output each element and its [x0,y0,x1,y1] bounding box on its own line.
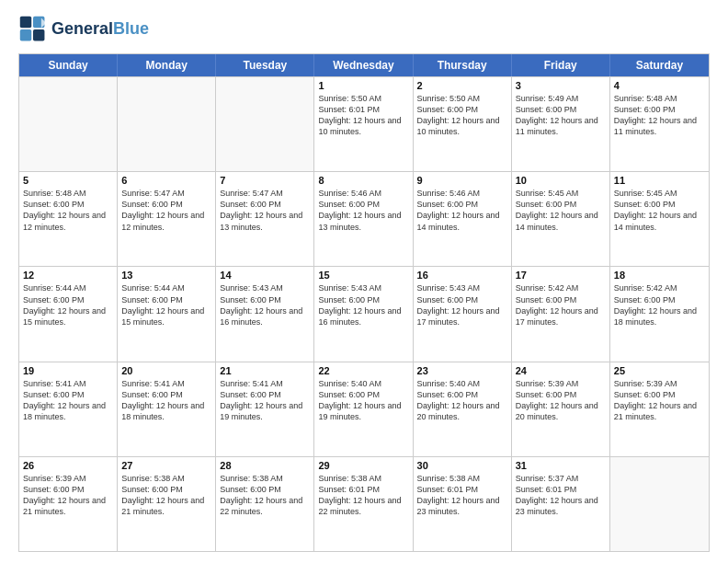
day-number: 13 [121,270,211,281]
day-cell-11: 11Sunrise: 5:45 AM Sunset: 6:00 PM Dayli… [610,172,709,266]
cal-row-2: 12Sunrise: 5:44 AM Sunset: 6:00 PM Dayli… [19,266,709,361]
day-cell-31: 31Sunrise: 5:37 AM Sunset: 6:01 PM Dayli… [512,457,610,551]
day-info: Sunrise: 5:39 AM Sunset: 6:00 PM Dayligh… [614,378,705,423]
day-info: Sunrise: 5:40 AM Sunset: 6:00 PM Dayligh… [417,378,507,423]
weekday-monday: Monday [118,54,216,76]
day-info: Sunrise: 5:45 AM Sunset: 6:00 PM Dayligh… [614,188,705,233]
day-cell-4: 4Sunrise: 5:48 AM Sunset: 6:00 PM Daylig… [610,77,709,171]
day-info: Sunrise: 5:41 AM Sunset: 6:00 PM Dayligh… [220,378,310,423]
day-number: 2 [417,80,507,91]
day-number: 23 [417,365,507,376]
svg-rect-0 [20,17,31,28]
day-cell-19: 19Sunrise: 5:41 AM Sunset: 6:00 PM Dayli… [19,362,118,456]
day-cell-6: 6Sunrise: 5:47 AM Sunset: 6:00 PM Daylig… [118,172,216,266]
day-cell-8: 8Sunrise: 5:46 AM Sunset: 6:00 PM Daylig… [314,172,413,266]
day-number: 8 [318,175,408,186]
day-number: 6 [121,175,211,186]
day-info: Sunrise: 5:39 AM Sunset: 6:00 PM Dayligh… [23,473,113,518]
day-info: Sunrise: 5:41 AM Sunset: 6:00 PM Dayligh… [23,378,113,423]
day-cell-12: 12Sunrise: 5:44 AM Sunset: 6:00 PM Dayli… [19,267,118,361]
day-cell-3: 3Sunrise: 5:49 AM Sunset: 6:00 PM Daylig… [512,77,610,171]
weekday-saturday: Saturday [610,54,709,76]
day-cell-17: 17Sunrise: 5:42 AM Sunset: 6:00 PM Dayli… [512,267,610,361]
day-info: Sunrise: 5:43 AM Sunset: 6:00 PM Dayligh… [220,282,310,327]
day-info: Sunrise: 5:38 AM Sunset: 6:00 PM Dayligh… [121,473,211,518]
day-info: Sunrise: 5:50 AM Sunset: 6:01 PM Dayligh… [318,93,408,138]
day-cell-24: 24Sunrise: 5:39 AM Sunset: 6:00 PM Dayli… [512,362,610,456]
day-number: 20 [121,365,211,376]
day-info: Sunrise: 5:48 AM Sunset: 6:00 PM Dayligh… [614,93,705,138]
header: GeneralBlue [18,15,710,44]
day-info: Sunrise: 5:42 AM Sunset: 6:00 PM Dayligh… [516,282,606,327]
day-number: 11 [614,175,705,186]
day-number: 24 [516,365,606,376]
logo: GeneralBlue [18,15,149,44]
weekday-sunday: Sunday [19,54,118,76]
day-number: 5 [23,175,113,186]
empty-cell-0-1 [118,77,216,171]
day-cell-26: 26Sunrise: 5:39 AM Sunset: 6:00 PM Dayli… [19,457,118,551]
day-number: 28 [220,460,310,471]
day-cell-9: 9Sunrise: 5:46 AM Sunset: 6:00 PM Daylig… [414,172,512,266]
day-number: 26 [23,460,113,471]
day-number: 14 [220,270,310,281]
day-cell-30: 30Sunrise: 5:38 AM Sunset: 6:01 PM Dayli… [414,457,512,551]
day-cell-25: 25Sunrise: 5:39 AM Sunset: 6:00 PM Dayli… [610,362,709,456]
day-info: Sunrise: 5:41 AM Sunset: 6:00 PM Dayligh… [121,378,211,423]
day-cell-15: 15Sunrise: 5:43 AM Sunset: 6:00 PM Dayli… [314,267,413,361]
day-info: Sunrise: 5:44 AM Sunset: 6:00 PM Dayligh… [121,282,211,327]
day-info: Sunrise: 5:43 AM Sunset: 6:00 PM Dayligh… [318,282,408,327]
day-number: 10 [516,175,606,186]
day-info: Sunrise: 5:47 AM Sunset: 6:00 PM Dayligh… [220,188,310,233]
day-number: 18 [614,270,705,281]
day-number: 16 [417,270,507,281]
day-cell-16: 16Sunrise: 5:43 AM Sunset: 6:00 PM Dayli… [414,267,512,361]
day-info: Sunrise: 5:50 AM Sunset: 6:00 PM Dayligh… [417,93,507,138]
day-cell-29: 29Sunrise: 5:38 AM Sunset: 6:01 PM Dayli… [314,457,413,551]
logo-line1: GeneralBlue [51,20,149,39]
day-number: 17 [516,270,606,281]
empty-cell-0-2 [216,77,314,171]
day-number: 27 [121,460,211,471]
weekday-thursday: Thursday [414,54,512,76]
empty-cell-0-0 [19,77,118,171]
day-info: Sunrise: 5:49 AM Sunset: 6:00 PM Dayligh… [516,93,606,138]
logo-icon [18,15,48,44]
page: GeneralBlue SundayMondayTuesdayWednesday… [0,0,728,563]
day-info: Sunrise: 5:45 AM Sunset: 6:00 PM Dayligh… [516,188,606,233]
empty-cell-4-6 [610,457,709,551]
cal-row-4: 26Sunrise: 5:39 AM Sunset: 6:00 PM Dayli… [19,456,709,551]
logo-line2: Blue [113,19,149,38]
svg-rect-2 [20,29,31,40]
day-number: 30 [417,460,507,471]
day-info: Sunrise: 5:42 AM Sunset: 6:00 PM Dayligh… [614,282,705,327]
cal-row-1: 5Sunrise: 5:48 AM Sunset: 6:00 PM Daylig… [19,171,709,266]
day-info: Sunrise: 5:37 AM Sunset: 6:01 PM Dayligh… [516,473,606,518]
weekday-friday: Friday [512,54,610,76]
day-cell-14: 14Sunrise: 5:43 AM Sunset: 6:00 PM Dayli… [216,267,314,361]
day-info: Sunrise: 5:48 AM Sunset: 6:00 PM Dayligh… [23,188,113,233]
calendar-header: SundayMondayTuesdayWednesdayThursdayFrid… [19,54,709,76]
day-number: 3 [516,80,606,91]
day-number: 29 [318,460,408,471]
day-number: 21 [220,365,310,376]
day-cell-1: 1Sunrise: 5:50 AM Sunset: 6:01 PM Daylig… [314,77,413,171]
day-number: 12 [23,270,113,281]
logo-text: GeneralBlue [51,20,149,39]
day-number: 15 [318,270,408,281]
day-info: Sunrise: 5:39 AM Sunset: 6:00 PM Dayligh… [516,378,606,423]
day-number: 4 [614,80,705,91]
day-number: 31 [516,460,606,471]
day-cell-28: 28Sunrise: 5:38 AM Sunset: 6:00 PM Dayli… [216,457,314,551]
day-cell-10: 10Sunrise: 5:45 AM Sunset: 6:00 PM Dayli… [512,172,610,266]
day-info: Sunrise: 5:38 AM Sunset: 6:01 PM Dayligh… [417,473,507,518]
day-info: Sunrise: 5:38 AM Sunset: 6:01 PM Dayligh… [318,473,408,518]
day-cell-13: 13Sunrise: 5:44 AM Sunset: 6:00 PM Dayli… [118,267,216,361]
day-cell-5: 5Sunrise: 5:48 AM Sunset: 6:00 PM Daylig… [19,172,118,266]
weekday-tuesday: Tuesday [216,54,314,76]
day-number: 19 [23,365,113,376]
day-info: Sunrise: 5:38 AM Sunset: 6:00 PM Dayligh… [220,473,310,518]
day-info: Sunrise: 5:40 AM Sunset: 6:00 PM Dayligh… [318,378,408,423]
day-cell-22: 22Sunrise: 5:40 AM Sunset: 6:00 PM Dayli… [314,362,413,456]
day-cell-7: 7Sunrise: 5:47 AM Sunset: 6:00 PM Daylig… [216,172,314,266]
